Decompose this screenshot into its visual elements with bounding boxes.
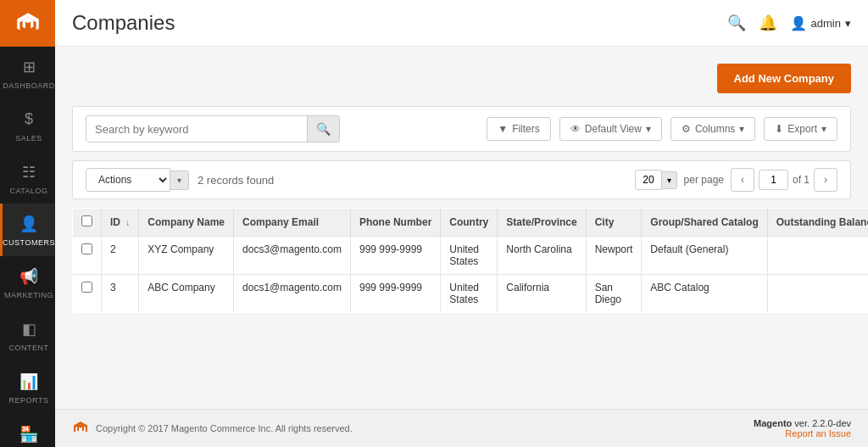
per-page-label: per page	[684, 174, 724, 186]
th-company-name: Company Name	[139, 209, 234, 237]
columns-button[interactable]: ⚙ Columns ▾	[670, 117, 755, 141]
sidebar-item-sales[interactable]: $ SALES	[0, 99, 55, 152]
columns-arrow-icon: ▾	[739, 123, 744, 135]
actions-select[interactable]: Actions	[86, 168, 170, 192]
cell-company-email: docs3@magento.com	[234, 237, 351, 275]
sidebar-item-reports[interactable]: 📊 REPORTS	[0, 361, 55, 414]
sidebar-logo	[0, 0, 55, 47]
filters-label: Filters	[512, 123, 540, 135]
filter-actions: ▼ Filters 👁 Default View ▾ ⚙ Columns ▾ ⬇…	[487, 117, 837, 141]
th-group-shared-catalog: Group/Shared Catalog	[642, 209, 767, 237]
cell-id: 2	[102, 237, 139, 275]
filters-button[interactable]: ▼ Filters	[487, 117, 551, 141]
eye-icon: 👁	[570, 123, 581, 135]
sidebar-item-label: SALES	[15, 134, 42, 143]
default-view-label: Default View	[585, 123, 642, 135]
reports-icon: 📊	[17, 370, 41, 394]
search-icon[interactable]: 🔍	[727, 14, 746, 32]
user-menu[interactable]: 👤 admin ▾	[790, 15, 851, 31]
per-page-value: 20	[635, 170, 661, 190]
main-area: Companies 🔍 🔔 👤 admin ▾ Add New Company …	[55, 0, 868, 447]
search-input[interactable]	[86, 117, 307, 142]
next-page-button[interactable]: ›	[814, 168, 837, 192]
footer-magento-icon	[72, 420, 89, 437]
records-count: 2 records found	[198, 174, 274, 187]
row-checkbox[interactable]	[81, 282, 92, 293]
user-name: admin	[811, 17, 841, 30]
sidebar-item-catalog[interactable]: ☷ CATALOG	[0, 152, 55, 204]
cell-city: San Diego	[586, 275, 642, 313]
th-city: City	[586, 209, 642, 237]
per-page-dropdown: 20 ▾	[635, 170, 676, 190]
th-outstanding-balance: Outstanding Balance	[767, 209, 868, 237]
cell-country: United States	[441, 275, 498, 313]
dashboard-icon: ⊞	[17, 55, 41, 79]
content-icon: ◧	[17, 317, 41, 341]
sidebar-item-stores[interactable]: 🏪 STORES	[0, 414, 55, 447]
footer: Copyright © 2017 Magento Commerce Inc. A…	[55, 409, 868, 447]
sidebar-item-label: CONTENT	[9, 344, 49, 353]
cell-outstanding-balance	[767, 237, 868, 275]
search-filter-bar: 🔍 ▼ Filters 👁 Default View ▾ ⚙ Columns ▾	[72, 106, 851, 152]
export-icon: ⬇	[775, 123, 783, 135]
export-button[interactable]: ⬇ Export ▾	[764, 117, 837, 141]
sort-icon: ↓	[125, 218, 130, 227]
columns-icon: ⚙	[682, 123, 691, 135]
content-area: Add New Company 🔍 ▼ Filters 👁 Default Vi…	[55, 47, 868, 409]
table-header-row: ID ↓ Company Name Company Email Phone Nu…	[73, 209, 869, 237]
notification-bell-icon[interactable]: 🔔	[759, 14, 777, 32]
magento-logo-icon	[14, 10, 42, 37]
add-new-company-button[interactable]: Add New Company	[717, 64, 851, 93]
table-row: 3 ABC Company docs1@magento.com 999 999-…	[73, 275, 869, 313]
default-view-button[interactable]: 👁 Default View ▾	[559, 117, 662, 141]
th-phone-number: Phone Number	[350, 209, 440, 237]
cell-city: Newport	[586, 237, 642, 275]
filter-icon: ▼	[498, 123, 508, 135]
cell-state-province: California	[498, 275, 586, 313]
pagination: ‹ of 1 ›	[731, 168, 837, 192]
prev-page-button[interactable]: ‹	[731, 168, 754, 192]
search-submit-icon: 🔍	[316, 122, 331, 136]
user-dropdown-arrow-icon: ▾	[845, 17, 851, 30]
cell-group-shared-catalog: ABC Catalog	[642, 275, 767, 313]
sidebar-item-marketing[interactable]: 📢 MARKETING	[0, 256, 55, 309]
row-checkbox[interactable]	[81, 243, 92, 254]
columns-label: Columns	[695, 123, 735, 135]
page-total: of 1	[793, 174, 810, 186]
footer-version-number: ver. 2.2.0-dev	[794, 418, 851, 428]
cell-outstanding-balance	[767, 275, 868, 313]
select-all-checkbox[interactable]	[81, 215, 92, 226]
table-row: 2 XYZ Company docs3@magento.com 999 999-…	[73, 237, 869, 275]
th-checkbox	[73, 209, 102, 237]
cell-company-name: XYZ Company	[139, 237, 234, 275]
cell-phone-number: 999 999-9999	[350, 275, 440, 313]
catalog-icon: ☷	[17, 160, 41, 184]
marketing-icon: 📢	[17, 265, 41, 288]
sidebar-item-content[interactable]: ◧ CONTENT	[0, 309, 55, 361]
page-number-input[interactable]	[759, 170, 788, 190]
toolbar-row: Actions ▾ 2 records found 20 ▾ per page …	[72, 160, 851, 199]
topbar-actions: 🔍 🔔 👤 admin ▾	[727, 14, 851, 32]
search-submit-button[interactable]: 🔍	[307, 116, 339, 142]
cell-checkbox	[73, 275, 102, 313]
page-title: Companies	[72, 11, 175, 35]
cell-id: 3	[102, 275, 139, 313]
sidebar-item-label: DASHBOARD	[3, 81, 55, 91]
sales-icon: $	[17, 108, 41, 131]
sidebar-item-label: MARKETING	[4, 291, 53, 300]
user-avatar-icon: 👤	[790, 15, 807, 31]
report-issue-link[interactable]: Report an Issue	[754, 428, 851, 439]
sidebar-item-customers[interactable]: 👤 CUSTOMERS	[0, 204, 55, 256]
per-page-arrow-button[interactable]: ▾	[662, 171, 677, 189]
cell-group-shared-catalog: Default (General)	[642, 237, 767, 275]
th-country: Country	[441, 209, 498, 237]
sidebar-item-label: CUSTOMERS	[3, 238, 55, 248]
footer-copyright: Copyright © 2017 Magento Commerce Inc. A…	[96, 423, 353, 433]
actions-dropdown-button[interactable]: ▾	[170, 170, 189, 190]
toolbar-left: Actions ▾ 2 records found	[86, 168, 274, 192]
th-state-province: State/Province	[498, 209, 586, 237]
toolbar-right: 20 ▾ per page ‹ of 1 ›	[635, 168, 837, 192]
sidebar-item-label: REPORTS	[9, 396, 49, 405]
sidebar-item-dashboard[interactable]: ⊞ DASHBOARD	[0, 47, 55, 99]
cell-company-email: docs1@magento.com	[234, 275, 351, 313]
